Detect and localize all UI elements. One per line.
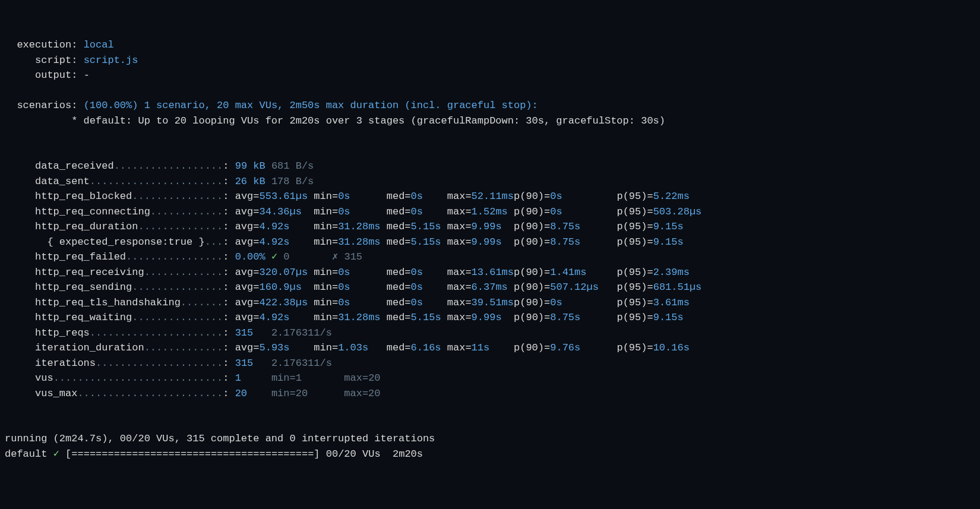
metric-row: { expected_response:true }...: avg=4.92s… — [5, 236, 684, 248]
script-value: script.js — [84, 55, 138, 66]
progress-line: default ✓ [=============================… — [5, 448, 423, 460]
metric-row: http_req_waiting...............: avg=4.9… — [5, 312, 684, 323]
running-status: running (2m24.7s), 00/20 VUs, 315 comple… — [5, 433, 435, 444]
metric-row: http_req_receiving.............: avg=320… — [5, 267, 690, 278]
scenarios-label: scenarios: — [5, 100, 77, 111]
fail-icon: ✗ — [332, 251, 338, 263]
terminal-output: execution: local script: script.js outpu… — [5, 37, 975, 461]
output-label: output: — [5, 69, 77, 81]
execution-label: execution: — [5, 39, 77, 50]
metric-iterations: iterations.....................: 315 2.1… — [5, 358, 332, 369]
metric-row: http_req_tls_handshaking.......: avg=422… — [5, 297, 690, 308]
metric-row: http_req_sending...............: avg=160… — [5, 282, 701, 293]
metric-data-received: data_received..................: 99 kB 6… — [5, 160, 314, 172]
metric-http-req-failed: http_req_failed................: 0.00% ✓… — [5, 251, 362, 263]
metric-http-reqs: http_reqs......................: 315 2.1… — [5, 327, 332, 339]
metric-data-sent: data_sent......................: 26 kB 1… — [5, 176, 314, 187]
check-icon: ✓ — [271, 251, 277, 263]
progress-bar: [=======================================… — [65, 448, 320, 460]
metric-row: http_req_duration..............: avg=4.9… — [5, 221, 684, 232]
scenarios-value: (100.00%) 1 scenario, 20 max VUs, 2m50s … — [84, 100, 538, 111]
metric-vus: vus............................: 1 min=1… — [5, 372, 381, 384]
metric-row: iteration_duration.............: avg=5.9… — [5, 342, 690, 353]
scenarios-detail: * default: Up to 20 looping VUs for 2m20… — [5, 115, 665, 127]
output-value: - — [84, 69, 90, 81]
metric-vus-max: vus_max........................: 20 min=… — [5, 388, 381, 399]
metric-row: http_req_connecting............: avg=34.… — [5, 206, 701, 217]
execution-value: local — [84, 39, 114, 50]
metric-row: http_req_blocked...............: avg=553… — [5, 191, 690, 202]
check-icon: ✓ — [53, 448, 59, 460]
script-label: script: — [5, 55, 77, 66]
